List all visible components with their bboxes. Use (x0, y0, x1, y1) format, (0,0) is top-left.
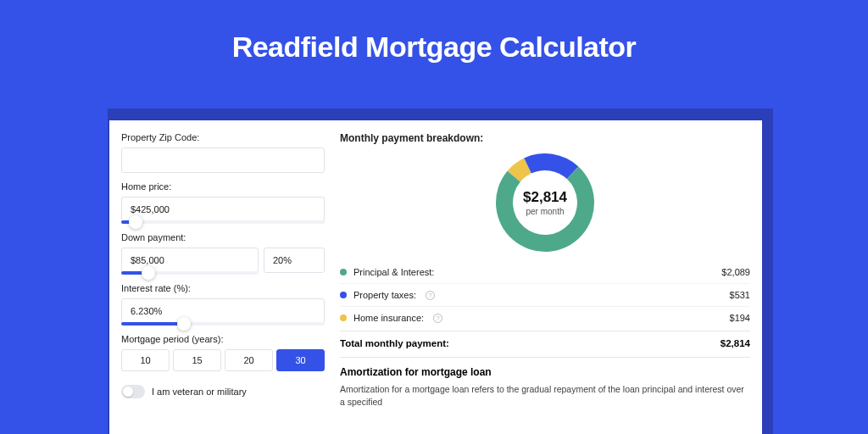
legend-dot (340, 314, 347, 321)
inputs-column: Property Zip Code: Home price: Down paym… (121, 132, 325, 434)
interest-rate-label: Interest rate (%): (121, 283, 325, 293)
down-payment-label: Down payment: (121, 232, 325, 242)
legend-value: $2,089 (721, 267, 750, 277)
donut-amount: $2,814 (523, 189, 567, 206)
legend-dot (340, 292, 347, 298)
home-price-slider[interactable] (121, 220, 325, 224)
down-payment-slider[interactable] (121, 271, 259, 275)
legend-value: $531 (730, 290, 750, 300)
period-option-30[interactable]: 30 (276, 349, 325, 371)
help-icon[interactable]: ? (426, 291, 435, 300)
total-row: Total monthly payment: $2,814 (340, 331, 750, 357)
amortization-section: Amortization for mortgage loan Amortizat… (340, 357, 750, 408)
home-price-label: Home price: (121, 181, 325, 192)
home-price-slider-thumb[interactable] (129, 215, 142, 229)
toggle-knob (123, 387, 133, 397)
legend-value: $194 (730, 313, 750, 323)
veteran-toggle[interactable] (121, 385, 145, 398)
period-option-10[interactable]: 10 (121, 349, 170, 371)
interest-rate-slider[interactable] (121, 322, 325, 326)
interest-rate-slider-thumb[interactable] (177, 317, 191, 331)
amortization-title: Amortization for mortgage loan (340, 366, 750, 378)
breakdown-title: Monthly payment breakdown: (340, 132, 750, 144)
down-payment-slider-thumb[interactable] (142, 266, 155, 280)
legend-row: Principal & Interest:$2,089 (340, 261, 750, 284)
amortization-text: Amortization for a mortgage loan refers … (340, 383, 750, 408)
legend-dot (340, 269, 347, 275)
legend-row: Property taxes:?$531 (340, 284, 750, 307)
veteran-label: I am veteran or military (152, 387, 247, 397)
legend-label: Principal & Interest: (353, 267, 434, 277)
legend-label: Property taxes: (353, 290, 416, 300)
interest-rate-input[interactable] (121, 298, 325, 324)
period-options: 10152030 (121, 349, 325, 371)
calculator-panel: Property Zip Code: Home price: Down paym… (109, 120, 762, 434)
legend-row: Home insurance:?$194 (340, 307, 750, 329)
zip-label: Property Zip Code: (121, 132, 325, 142)
help-icon[interactable]: ? (433, 314, 442, 323)
zip-input[interactable] (121, 147, 325, 173)
legend-label: Home insurance: (353, 313, 424, 323)
total-value: $2,814 (721, 338, 750, 348)
home-price-input[interactable] (121, 197, 325, 222)
donut-sub: per month (526, 207, 564, 216)
period-label: Mortgage period (years): (121, 334, 325, 344)
period-option-20[interactable]: 20 (225, 349, 273, 371)
period-option-15[interactable]: 15 (173, 349, 221, 371)
total-label: Total monthly payment: (340, 338, 449, 348)
results-column: Monthly payment breakdown: $2,814 per mo… (340, 132, 750, 434)
page-title: Readfield Mortgage Calculator (0, 0, 868, 82)
payment-donut-chart: $2,814 per month (493, 151, 597, 254)
breakdown-legend: Principal & Interest:$2,089Property taxe… (340, 261, 750, 329)
down-payment-pct-input[interactable] (264, 248, 325, 273)
